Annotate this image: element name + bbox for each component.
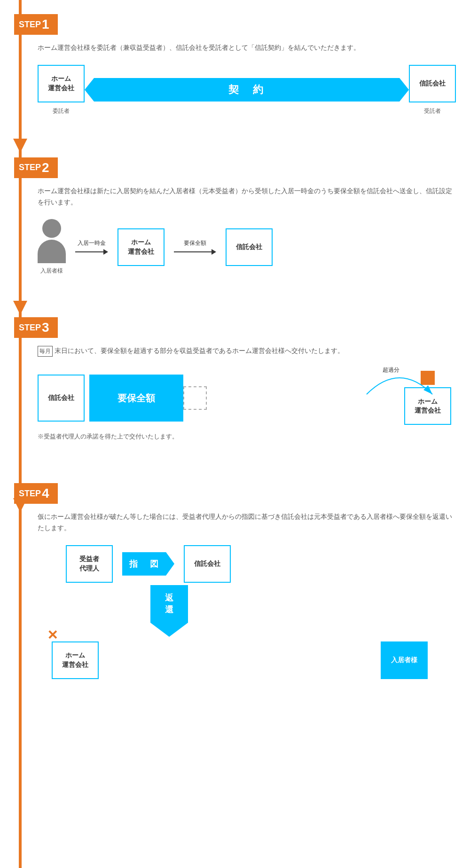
arrow-head-1	[103, 249, 108, 255]
step4-bottom-row: ✕ ホーム 運営会社 入居者様	[38, 641, 456, 679]
step2-arrow2-shape	[174, 249, 216, 255]
step3-yohozen-box: 要保全額	[89, 375, 183, 422]
step-arrow-2	[13, 301, 27, 315]
person-head	[42, 219, 61, 238]
step1-right: 信託会社 受託者	[409, 65, 456, 115]
step3-home-label: ホーム 運営会社	[415, 397, 441, 415]
step4-down-arrow: 返 還	[150, 585, 188, 637]
step3-trust-label: 信託会社	[48, 393, 74, 403]
step4-trust-box: 信託会社	[184, 545, 231, 583]
arrow-line-1	[75, 251, 103, 252]
step3-num: 3	[42, 320, 49, 335]
step4-section: STEP 4 仮にホーム運営会社様が破たん等した場合には、受益者代理人からの指図…	[0, 464, 470, 717]
step4-return-label: 返 還	[165, 592, 173, 616]
step3-month-highlight: 毎月	[38, 346, 53, 356]
person-body	[38, 240, 66, 263]
step2-arrow1-shape	[75, 249, 108, 255]
x-mark: ✕	[47, 627, 58, 643]
step3-header: STEP 3	[14, 317, 432, 338]
step-arrow-3	[13, 498, 27, 512]
step4-home-box: ホーム 運営会社	[52, 641, 99, 679]
step1-diagram: ホーム 運営会社 委託者 契 約 信託会社 受託者	[38, 65, 456, 115]
step1-home-box: ホーム 運営会社	[38, 65, 85, 102]
step4-down-arrow-wrapper: 返 還	[150, 585, 456, 637]
step1-left-label: 委託者	[53, 107, 70, 115]
step2-home-label: ホーム 運営会社	[128, 238, 154, 256]
step1-header: STEP 1	[14, 14, 432, 35]
step1-trust-box: 信託会社	[409, 65, 456, 102]
step4-beneficiary-box: 受益者 代理人	[66, 545, 113, 583]
step2-badge: STEP 2	[14, 157, 58, 178]
step1-desc: ホーム運営会社様を委託者（兼収益受益者）、信託会社を受託者として「信託契約」を結…	[38, 42, 456, 54]
step3-yohozen-label: 要保全額	[118, 391, 155, 405]
step1-badge: STEP 1	[14, 14, 58, 35]
step3-curved-arrow-svg	[352, 361, 446, 399]
step2-home-box: ホーム 運営会社	[118, 228, 164, 266]
step3-desc-rest: 末日において、要保全額を超過する部分を収益受益者であるホーム運営会社様へ交付いた…	[55, 347, 344, 354]
step1-left: ホーム 運営会社 委託者	[38, 65, 85, 115]
step2-arrow2-label: 要保全額	[184, 239, 206, 247]
step4-resident-box: 入居者様	[381, 641, 428, 679]
step1-home-label: ホーム 運営会社	[48, 74, 74, 93]
step3-word: STEP	[19, 323, 41, 333]
step4-resident-label: 入居者様	[391, 656, 417, 665]
step4-home-col: ✕ ホーム 運営会社	[52, 641, 99, 679]
step2-diagram: 入居者様 入居一時金 ホーム 運営会社 要保全額	[38, 219, 456, 275]
step4-down-arrow-head	[150, 623, 188, 637]
step1-num: 1	[42, 17, 49, 32]
step3-desc: 毎月末日において、要保全額を超過する部分を収益受益者であるホーム運営会社様へ交付…	[38, 345, 456, 357]
step4-num: 4	[42, 486, 49, 501]
step2-header: STEP 2	[14, 157, 432, 178]
step1-right-label: 受託者	[424, 107, 441, 115]
step2-trust-box: 信託会社	[226, 228, 273, 266]
person-label: 入居者様	[40, 267, 63, 275]
step4-shizu-label: 指 図	[122, 552, 174, 576]
step1-word: STEP	[19, 20, 41, 30]
step4-word: STEP	[19, 489, 41, 499]
step4-return-bar: 返 還	[150, 585, 188, 623]
step4-row1: 受益者 代理人 指 図 信託会社	[66, 545, 456, 583]
step1-section: STEP 1 ホーム運営会社様を委託者（兼収益受益者）、信託会社を受託者として「…	[0, 0, 470, 139]
step2-section: STEP 2 ホーム運営会社様は新たに入居契約を結んだ入居者様（元本受益者）から…	[0, 139, 470, 299]
arrow-head-2	[212, 249, 216, 255]
step3-badge: STEP 3	[14, 317, 58, 338]
step3-note: ※受益者代理人の承諾を得た上で交付いたします。	[38, 432, 456, 441]
step2-trust-label: 信託会社	[236, 242, 262, 252]
arrow-line-2	[174, 251, 212, 252]
step4-header: STEP 4	[14, 483, 432, 504]
step4-home-label: ホーム 運営会社	[62, 651, 88, 669]
step2-arrow2: 要保全額	[174, 239, 216, 255]
step3-dashed-box	[183, 386, 207, 410]
step3-diagram-wrapper: 超過分 信託会社 要保全額	[38, 371, 456, 441]
step2-arrow1: 入居一時金	[75, 239, 108, 255]
step4-resident-col: 入居者様	[381, 641, 428, 679]
step4-beneficiary-label: 受益者 代理人	[79, 555, 99, 573]
step1-center: 契 約	[85, 78, 409, 102]
step2-num: 2	[42, 160, 49, 175]
step2-arrow1-label: 入居一時金	[78, 239, 106, 247]
step4-shizu-arrow: 指 図	[122, 552, 174, 576]
step-arrow-1	[13, 139, 27, 153]
step3-section: STEP 3 毎月末日において、要保全額を超過する部分を収益受益者であるホーム運…	[0, 298, 470, 464]
step4-desc: 仮にホーム運営会社様が破たん等した場合には、受益者代理人からの指図に基づき信託会…	[38, 511, 456, 534]
step2-desc: ホーム運営会社様は新たに入居契約を結んだ入居者様（元本受益者）から受領した入居一…	[38, 186, 456, 208]
step1-trust-label: 信託会社	[419, 79, 446, 88]
person-icon: 入居者様	[38, 219, 66, 275]
step4-trust-label: 信託会社	[194, 559, 220, 569]
contract-arrow-bar: 契 約	[94, 78, 400, 102]
step2-word: STEP	[19, 163, 41, 172]
step3-trust-box: 信託会社	[38, 375, 85, 422]
contract-arrow: 契 約	[94, 78, 400, 102]
